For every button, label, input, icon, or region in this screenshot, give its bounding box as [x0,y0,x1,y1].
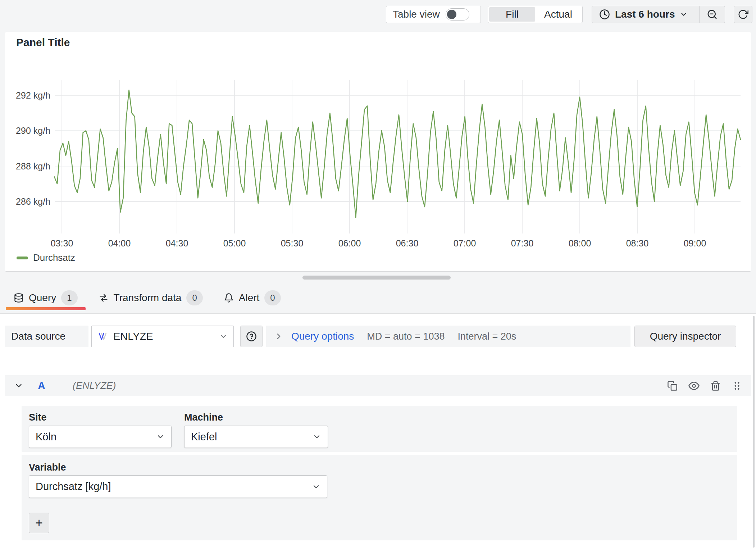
time-zoom-out-button[interactable] [700,6,725,23]
machine-select[interactable]: Kiefel [184,426,328,448]
pane-resize-handle[interactable] [302,276,451,280]
actual-button[interactable]: Actual [535,7,581,22]
refresh-button[interactable] [734,6,752,23]
hide-query-button[interactable] [688,380,700,391]
tabstrip-border [0,313,756,314]
chevron-right-icon [274,332,283,341]
site-label: Site [29,412,172,423]
legend-label: Durchsatz [33,252,75,263]
tab-label: Query [29,292,56,304]
time-range-picker[interactable]: Last 6 hours [592,6,699,23]
query-options-toggle[interactable]: Query options [274,331,354,342]
svg-text:06:00: 06:00 [338,238,361,248]
query-row-header: A (ENLYZE) [5,375,751,396]
editor-tabs: Query 1 Transform data 0 Alert 0 [6,287,289,309]
svg-text:04:30: 04:30 [166,238,188,248]
panel: Panel Title 292 kg/h290 kg/h288 kg/h286 … [5,32,751,272]
query-options-label: Query options [291,331,354,342]
legend-swatch [17,257,28,259]
svg-text:05:30: 05:30 [281,238,304,248]
copy-icon [667,381,678,391]
datasource-label: Data source [5,326,88,347]
grafana-panel-edit-screen: Table view Fill Actual Last 6 hours Pane… [0,0,756,549]
svg-text:09:00: 09:00 [684,238,706,248]
time-range-label: Last 6 hours [615,9,675,20]
svg-text:05:00: 05:00 [223,238,246,248]
variable-card: Variable Durchsatz [kg/h] + [22,455,737,540]
add-variable-button[interactable]: + [29,513,49,533]
chevron-down-icon [156,432,165,441]
fill-button[interactable]: Fill [489,7,535,22]
variable-select[interactable]: Durchsatz [kg/h] [29,475,327,498]
svg-text:288 kg/h: 288 kg/h [16,161,50,171]
legend-item-durchsatz[interactable]: Durchsatz [17,252,75,263]
time-picker-group: Last 6 hours [592,6,725,23]
table-view-toggle[interactable] [446,8,469,21]
query-options-strip: Query options MD = auto = 1038 Interval … [266,326,630,347]
max-datapoints-value: MD = auto = 1038 [367,331,445,342]
svg-text:07:30: 07:30 [511,238,534,248]
enlyze-logo-icon [97,331,108,342]
tab-badge: 0 [186,290,202,305]
site-value: Köln [36,431,56,443]
datasource-value: ENLYZE [113,331,153,342]
variable-label: Variable [29,462,327,473]
drag-query-handle[interactable] [732,381,742,391]
machine-label: Machine [184,412,328,423]
datasource-help-button[interactable] [240,326,263,347]
fill-actual-switcher: Fill Actual [488,6,583,23]
variable-value: Durchsatz [kg/h] [36,481,111,493]
chevron-down-icon [219,332,228,341]
query-inspector-button[interactable]: Query inspector [634,326,736,347]
svg-text:04:00: 04:00 [108,238,131,248]
svg-text:07:00: 07:00 [454,238,476,248]
tab-badge: 1 [61,290,77,305]
svg-text:286 kg/h: 286 kg/h [16,196,50,207]
svg-text:08:30: 08:30 [626,238,649,248]
site-field: Site Köln [29,412,172,423]
query-ref-id: A [38,380,45,392]
site-select[interactable]: Köln [29,426,172,448]
table-view-group: Table view [386,6,481,23]
vertical-scrollbar[interactable] [753,316,755,548]
refresh-icon [738,9,748,20]
svg-text:290 kg/h: 290 kg/h [16,126,50,136]
clock-icon [599,9,610,20]
zoom-out-icon [707,9,718,20]
tab-query[interactable]: Query 1 [6,287,86,309]
query-row-actions [667,380,742,391]
tab-transform-data[interactable]: Transform data 0 [91,287,211,309]
tab-label: Transform data [114,292,182,304]
datasource-picker[interactable]: ENLYZE [91,326,234,347]
svg-text:03:30: 03:30 [51,238,73,248]
collapse-chevron-icon[interactable] [14,381,23,390]
interval-value: Interval = 20s [457,331,516,342]
table-view-label: Table view [393,9,440,20]
chevron-down-icon [312,482,320,491]
transform-icon [99,293,109,303]
svg-text:08:00: 08:00 [569,238,591,248]
machine-value: Kiefel [191,431,217,443]
machine-field: Machine Kiefel [184,412,328,423]
duplicate-query-button[interactable] [667,381,678,391]
svg-text:06:30: 06:30 [396,238,419,248]
query-fields-card: Site Köln Machine Kiefel [22,406,737,452]
toggle-knob [447,10,456,19]
time-series-chart[interactable]: 292 kg/h290 kg/h288 kg/h286 kg/h03:3004:… [5,32,751,271]
chevron-down-icon [313,432,321,441]
query-datasource-hint: (ENLYZE) [73,380,116,391]
tab-alert[interactable]: Alert 0 [216,287,289,309]
tab-label: Alert [239,292,260,304]
database-icon [14,293,24,303]
bell-icon [224,293,234,303]
tab-badge: 0 [264,290,281,305]
variable-field: Variable Durchsatz [kg/h] [29,462,327,473]
chevron-down-icon [680,10,688,18]
help-icon [246,331,257,342]
eye-icon [688,380,700,391]
trash-icon [710,381,721,391]
svg-text:292 kg/h: 292 kg/h [16,90,50,100]
delete-query-button[interactable] [710,381,721,391]
grip-dots-icon [732,381,742,391]
